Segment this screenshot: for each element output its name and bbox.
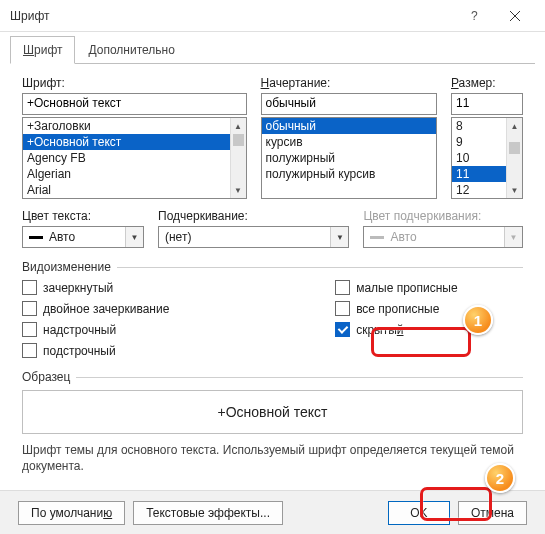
scroll-thumb[interactable] — [509, 142, 520, 154]
chevron-down-icon[interactable]: ▼ — [125, 227, 143, 247]
scroll-down-icon[interactable]: ▼ — [231, 182, 246, 198]
tab-font[interactable]: Шрифт — [10, 36, 75, 64]
tab-font-accel: Ш — [23, 43, 34, 57]
scroll-down-icon[interactable]: ▼ — [507, 182, 522, 198]
scroll-up-icon[interactable]: ▲ — [231, 118, 246, 134]
check-allcaps[interactable]: все прописные — [335, 301, 523, 316]
check-label: надстрочный — [43, 323, 116, 337]
text-effects-button[interactable]: Текстовые эффекты... — [133, 501, 283, 525]
scroll-thumb[interactable] — [233, 134, 244, 146]
size-input[interactable]: 11 — [451, 93, 523, 115]
check-double-strike[interactable]: двойное зачеркивание — [22, 301, 335, 316]
checkbox-icon — [335, 301, 350, 316]
check-label: подстрочный — [43, 344, 116, 358]
divider — [76, 377, 523, 378]
annotation-badge: 1 — [463, 305, 493, 335]
font-label: Шрифт: — [22, 76, 247, 90]
check-label: скрытый — [356, 323, 403, 337]
checkbox-icon — [22, 280, 37, 295]
list-item[interactable]: обычный — [262, 118, 436, 134]
check-accel: й — [397, 323, 404, 337]
style-input[interactable]: обычный — [261, 93, 437, 115]
sample-group-header: Образец — [22, 370, 523, 384]
annotation-badge: 2 — [485, 463, 515, 493]
svg-text:?: ? — [471, 10, 478, 22]
ucolor-label: Цвет подчеркивания: — [363, 209, 523, 223]
style-label: Начертание: — [261, 76, 437, 90]
scroll-up-icon[interactable]: ▲ — [507, 118, 522, 134]
check-strikethrough[interactable]: зачеркнутый — [22, 280, 335, 295]
ucolor-combo: Авто ▼ — [363, 226, 523, 248]
check-superscript[interactable]: надстрочный — [22, 322, 335, 337]
check-label: все прописные — [356, 302, 439, 316]
size-label: Размер: — [451, 76, 523, 90]
color-label: Цвет текста: — [22, 209, 144, 223]
ucolor-value: Авто — [384, 230, 504, 244]
close-button[interactable] — [495, 2, 535, 30]
checkbox-checked-icon — [335, 322, 350, 337]
sample-description: Шрифт темы для основного текста. Использ… — [22, 442, 523, 474]
underline-combo[interactable]: (нет) ▼ — [158, 226, 349, 248]
font-input[interactable]: +Основной текст — [22, 93, 247, 115]
btn-accel: ю — [103, 506, 112, 520]
tab-advanced-accel: Д — [88, 43, 96, 57]
sample-group-label: Образец — [22, 370, 76, 384]
color-swatch-icon — [29, 236, 43, 239]
checkbox-icon — [335, 280, 350, 295]
check-subscript[interactable]: подстрочный — [22, 343, 335, 358]
checkbox-icon — [22, 301, 37, 316]
color-swatch-icon — [370, 236, 384, 239]
divider — [117, 267, 523, 268]
list-item[interactable]: +Основной текст — [23, 134, 246, 150]
chevron-down-icon: ▼ — [504, 227, 522, 247]
underline-value: (нет) — [159, 230, 330, 244]
size-accel: Р — [451, 76, 459, 90]
checkbox-icon — [22, 322, 37, 337]
style-accel: Н — [261, 76, 270, 90]
default-button[interactable]: По умолчанию — [18, 501, 125, 525]
list-item[interactable]: полужирный — [262, 150, 436, 166]
scrollbar[interactable]: ▲ ▼ — [506, 118, 522, 198]
window-title: Шрифт — [10, 9, 455, 23]
cancel-button[interactable]: Отмена — [458, 501, 527, 525]
help-button[interactable]: ? — [455, 2, 495, 30]
dialog-content: Шрифт: +Основной текст +Заголовки +Основ… — [0, 64, 545, 490]
check-hidden[interactable]: скрытый — [335, 322, 523, 337]
effects-group-label: Видоизменение — [22, 260, 117, 274]
list-item[interactable]: полужирный курсив — [262, 166, 436, 182]
font-listbox[interactable]: +Заголовки +Основной текст Agency FB Alg… — [22, 117, 247, 199]
color-combo[interactable]: Авто ▼ — [22, 226, 144, 248]
chevron-down-icon[interactable]: ▼ — [330, 227, 348, 247]
size-listbox[interactable]: 8 9 10 11 12 ▲ ▼ — [451, 117, 523, 199]
button-bar: По умолчанию Текстовые эффекты... OK Отм… — [0, 490, 545, 534]
list-item[interactable]: Arial — [23, 182, 246, 198]
effects-group-header: Видоизменение — [22, 260, 523, 274]
title-bar: Шрифт ? — [0, 0, 545, 32]
tab-strip: Шрифт Дополнительно — [0, 32, 545, 64]
list-item[interactable]: курсив — [262, 134, 436, 150]
check-label: малые прописные — [356, 281, 458, 295]
checkbox-icon — [22, 343, 37, 358]
style-listbox[interactable]: обычный курсив полужирный полужирный кур… — [261, 117, 437, 199]
color-value: Авто — [43, 230, 125, 244]
list-item[interactable]: +Заголовки — [23, 118, 246, 134]
scrollbar[interactable]: ▲ ▼ — [230, 118, 246, 198]
sample-preview: +Основной текст — [22, 390, 523, 434]
check-label: двойное зачеркивание — [43, 302, 169, 316]
list-item[interactable]: Agency FB — [23, 150, 246, 166]
tab-advanced[interactable]: Дополнительно — [75, 36, 187, 64]
check-label: зачеркнутый — [43, 281, 113, 295]
check-smallcaps[interactable]: малые прописные — [335, 280, 523, 295]
list-item[interactable]: Algerian — [23, 166, 246, 182]
underline-label: Подчеркивание: — [158, 209, 349, 223]
ok-button[interactable]: OK — [388, 501, 450, 525]
